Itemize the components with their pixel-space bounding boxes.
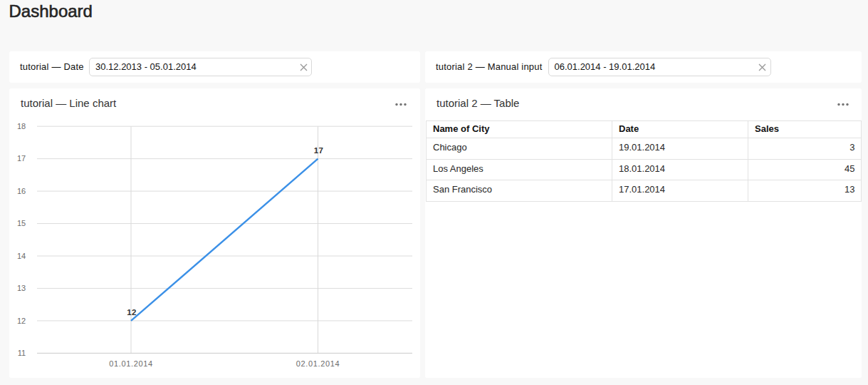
svg-text:15: 15 [17,219,26,227]
svg-text:01.01.2014: 01.01.2014 [109,359,153,368]
svg-text:02.01.2014: 02.01.2014 [296,359,340,368]
svg-text:16: 16 [17,187,26,195]
svg-text:13: 13 [17,284,26,292]
svg-text:12: 12 [17,317,26,325]
svg-text:17: 17 [17,154,26,163]
svg-text:17: 17 [314,146,323,155]
svg-text:11: 11 [18,349,26,357]
svg-text:14: 14 [17,252,26,260]
svg-text:18: 18 [17,122,26,130]
svg-text:12: 12 [127,308,136,317]
